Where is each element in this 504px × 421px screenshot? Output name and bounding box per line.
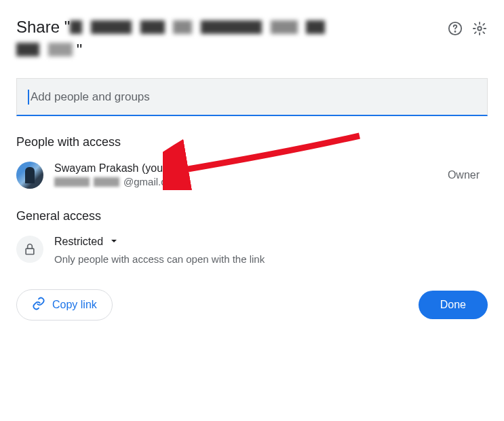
person-row: Swayam Prakash (you) @gmail.com Owner	[16, 162, 488, 189]
add-people-input[interactable]: Add people and groups	[16, 78, 488, 116]
access-level-dropdown[interactable]: Restricted	[54, 236, 265, 248]
svg-rect-3	[26, 249, 34, 254]
svg-point-2	[478, 26, 482, 31]
access-level-description: Only people with access can open with th…	[54, 253, 265, 265]
person-role: Owner	[448, 169, 480, 181]
input-placeholder: Add people and groups	[31, 90, 150, 104]
access-level-label: Restricted	[54, 236, 103, 248]
dialog-footer: Copy link Done	[16, 289, 488, 321]
general-access-row: Restricted Only people with access can o…	[16, 236, 488, 265]
chevron-down-icon	[110, 236, 118, 248]
page-title: Share " "	[16, 16, 329, 62]
link-icon	[32, 297, 45, 313]
gear-icon[interactable]	[471, 20, 488, 37]
person-name: Swayam Prakash (you)	[54, 162, 448, 175]
svg-point-1	[454, 31, 455, 32]
people-access-heading: People with access	[16, 135, 488, 149]
person-email: @gmail.com	[54, 176, 448, 189]
dialog-header: Share " "	[16, 16, 488, 62]
copy-link-label: Copy link	[52, 299, 97, 311]
general-access-heading: General access	[16, 209, 488, 223]
copy-link-button[interactable]: Copy link	[16, 289, 113, 321]
avatar	[16, 162, 43, 189]
lock-icon	[16, 236, 43, 263]
help-icon[interactable]	[447, 20, 463, 37]
done-button[interactable]: Done	[419, 291, 488, 319]
